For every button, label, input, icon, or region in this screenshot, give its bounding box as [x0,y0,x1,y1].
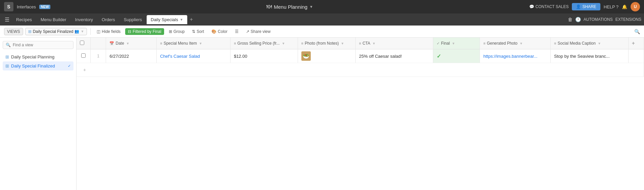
row-social-cell[interactable]: Stop by the Seaview branc... [551,49,629,63]
photo-sort-icon[interactable]: ▼ [341,42,344,45]
row-number: 1 [97,54,99,58]
sort-button[interactable]: ⇅ Sort [189,28,207,35]
row-gen-photo-link[interactable]: https://images.bannerbear... [483,54,537,59]
special-sort-icon[interactable]: ▼ [199,42,202,45]
add-tab-icon[interactable]: + [188,16,195,22]
gen-photo-sort-icon[interactable]: ▼ [519,42,523,45]
gen-photo-col-icon: ≡ [483,41,485,45]
automations-button[interactable]: AUTOMATIONS [584,17,613,22]
app-name[interactable]: Interfaces [17,4,36,9]
search-icon[interactable]: 🔍 [634,29,640,34]
avatar[interactable]: U [631,2,640,11]
contact-sales-link[interactable]: 💬 CONTACT SALES [529,4,569,9]
table-row: 1 6/27/2022 Chef's Caesar Salad $12.00 🥗 [77,49,644,63]
active-view-label: Daily Special Finalized [33,29,73,34]
nav-item-suppliers[interactable]: Suppliers [120,15,146,24]
col-header-final[interactable]: ✓ Final ▼ [433,38,480,49]
row-cta-cell[interactable]: 25% off Caesar salad! [355,49,433,63]
price-col-label: Gross Selling Price (fr... [237,41,280,46]
row-final-cell[interactable]: ✓ [433,49,480,63]
nav-bar: ☰ Recipes Menu Builder Inventory Orders … [0,13,644,26]
add-row-trigger[interactable]: + [77,63,644,77]
menu-planning-icon: 🍽 [266,4,272,10]
row-extra-cell [628,49,644,63]
row-height-button[interactable]: ☰ [232,28,241,35]
row-price-cell[interactable]: $12.00 [230,49,298,63]
row-checkbox[interactable] [81,53,86,58]
col-header-special[interactable]: ≡ Special Menu Item ▼ [156,38,230,49]
table-area: 📅 Date ▼ ≡ Special Menu Item ▼ [77,38,644,190]
cta-col-label: CTA [362,41,370,46]
nav-item-inventory[interactable]: Inventory [71,15,97,24]
col-add-column[interactable]: + [628,38,644,49]
add-row-button[interactable]: + [80,65,640,75]
col-row-num [91,38,106,49]
group-button[interactable]: ⊞ Group [166,28,187,35]
grid-icon-planning: ⊞ [5,54,9,59]
nav-item-daily-specials[interactable]: Daily Specials ▼ [147,15,187,24]
sidebar-item-daily-special-finalized[interactable]: ⊞ Daily Special Finalized ✓ [3,61,73,70]
final-sort-icon[interactable]: ▼ [452,42,455,45]
add-column-icon[interactable]: + [632,40,635,46]
color-button[interactable]: 🎨 Color [209,28,230,35]
hide-fields-button[interactable]: ◫ Hide fields [94,28,123,35]
col-header-social[interactable]: ≡ Social Media Caption ▼ [551,38,629,49]
nav-item-orders[interactable]: Orders [98,15,119,24]
col-header-date[interactable]: 📅 Date ▼ [106,38,156,49]
history-icon[interactable]: 🕐 [575,17,581,22]
app-title: 🍽 Menu Planning ▼ [54,4,526,10]
extensions-button[interactable]: EXTENSIONS [615,17,641,22]
date-col-icon: 📅 [109,41,114,46]
row-special-link[interactable]: Chef's Caesar Salad [160,54,200,59]
add-row-cell[interactable]: + [77,63,644,77]
grid-icon-finalized: ⊞ [5,63,9,68]
help-button[interactable]: HELP ? [604,4,618,9]
date-sort-icon[interactable]: ▼ [126,42,130,45]
col-header-cta[interactable]: ≡ CTA ▼ [355,38,433,49]
price-sort-icon[interactable]: ▼ [282,42,285,45]
row-gen-photo-cell[interactable]: https://images.bannerbear... [480,49,551,63]
col-header-gen-photo[interactable]: ≡ Generated Photo ▼ [480,38,551,49]
sidebar-item-daily-special-planning[interactable]: ⊞ Daily Special Planning [3,52,73,61]
nav-right-actions: 🗑 🕐 AUTOMATIONS EXTENSIONS [568,17,641,22]
filter-icon: ⊟ [128,29,131,34]
social-sort-icon[interactable]: ▼ [598,42,601,45]
final-col-icon: ✓ [437,41,440,46]
nav-item-recipes[interactable]: Recipes [12,15,36,24]
sidebar-search-container[interactable]: 🔍 [3,41,73,49]
gen-photo-col-label: Generated Photo [487,41,517,46]
active-view-selector[interactable]: ⊞ Daily Special Finalized 👥 ▼ [25,28,87,35]
col-header-price[interactable]: ≡ Gross Selling Price (fr... ▼ [230,38,298,49]
hamburger-menu-icon[interactable]: ☰ [3,15,11,24]
row-special-cell[interactable]: Chef's Caesar Salad [156,49,230,63]
cta-col-icon: ≡ [359,41,361,45]
select-all-checkbox[interactable] [80,41,84,45]
share-view-icon: ↗ [246,29,249,34]
nav-item-menu-builder[interactable]: Menu Builder [37,15,70,24]
logo[interactable]: S [4,2,13,11]
row-photo-thumb[interactable]: 🥗 [301,51,311,61]
share-view-button[interactable]: ↗ Share view [243,28,273,35]
row-photo-cell[interactable]: 🥗 [298,49,355,63]
daily-specials-label: Daily Specials [151,17,178,22]
row-social: Stop by the Seaview branc... [554,54,609,59]
app-title-text: Menu Planning [274,4,307,10]
col-header-photo[interactable]: ≡ Photo (from Notes) ▼ [298,38,355,49]
main-layout: 🔍 ⊞ Daily Special Planning ⊞ Daily Speci… [0,38,644,190]
row-checkbox-cell[interactable] [77,49,91,63]
toolbar: VIEWS ⊞ Daily Special Finalized 👥 ▼ ◫ Hi… [0,26,644,38]
share-button[interactable]: 👤 SHARE [572,3,600,10]
daily-specials-dropdown-icon[interactable]: ▼ [180,18,183,21]
new-badge: NEW [39,5,50,9]
filter-button[interactable]: ⊟ Filtered by Final [125,28,164,35]
title-dropdown-icon[interactable]: ▼ [309,5,313,9]
view-dropdown-icon[interactable]: ▼ [81,30,84,33]
delete-icon[interactable]: 🗑 [568,17,573,22]
notifications-button[interactable]: 🔔 [622,4,627,9]
cta-sort-icon[interactable]: ▼ [372,42,376,45]
views-button[interactable]: VIEWS [4,28,23,35]
row-date-cell[interactable]: 6/27/2022 [106,49,156,63]
user-count-icon: 👥 [75,29,79,34]
sidebar-search-input[interactable] [13,43,70,47]
special-col-icon: ≡ [160,41,162,45]
